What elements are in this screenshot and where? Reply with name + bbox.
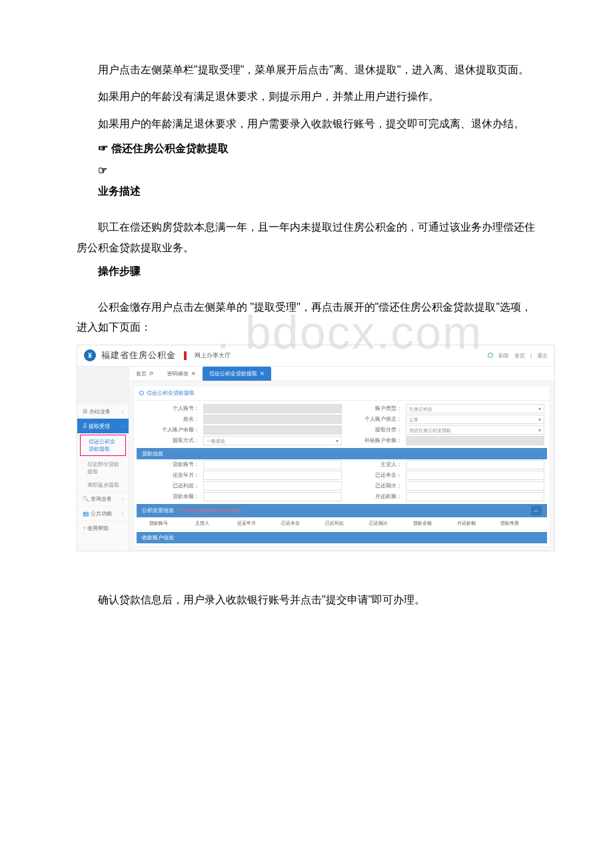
monthly-payment-input[interactable] — [406, 492, 544, 501]
balance-field — [203, 425, 342, 435]
name-field — [203, 415, 342, 424]
chevron-right-icon: › — [122, 511, 123, 516]
label: 个人账户余额： — [139, 426, 203, 433]
paragraph: 确认贷款信息后，用户录入收款银行账号并点击"提交申请"即可办理。 — [77, 590, 536, 610]
sidebar-item-query[interactable]: 🔍 查询业务 › — [77, 491, 129, 506]
withdraw-method-select[interactable]: 一般提取 — [203, 436, 342, 445]
label: 个人账户状态： — [342, 415, 406, 423]
th: 贷款账号 — [137, 517, 181, 530]
divider — [184, 351, 187, 360]
th: 贷款性质 — [488, 517, 532, 530]
th: 已还利息 — [312, 517, 356, 530]
warning-text: （可在此处选择关联公积金贷款） — [175, 508, 245, 513]
sidebar-item-biz[interactable]: 🏛 办结业务 › — [77, 404, 129, 419]
help-icon: ? — [83, 525, 85, 531]
account-number-field — [203, 404, 342, 413]
reload-icon[interactable]: ⟳ — [149, 371, 154, 377]
logout-link[interactable]: 退出 — [537, 352, 548, 359]
subsidy-balance-field — [406, 436, 544, 445]
label: 已还利息： — [139, 482, 203, 489]
section-heading: ☞ 偿还住房公积金贷款提取 — [77, 142, 536, 156]
chevron-right-icon: › — [122, 497, 123, 501]
th: 主贷人 — [181, 517, 225, 530]
refresh-link[interactable]: 刷新 — [498, 352, 509, 359]
building-icon: 🏛 — [83, 409, 88, 415]
section-bullet: ☞ — [77, 164, 536, 177]
label: 姓名： — [139, 415, 203, 423]
label: 月还款额： — [342, 493, 406, 500]
interest-paid-input[interactable] — [203, 481, 342, 491]
loan-balance-input[interactable] — [203, 492, 342, 501]
label: 提取方式： — [139, 437, 203, 444]
users-icon: 👥 — [83, 511, 89, 517]
app-header: ¥ 福建省住房公积金 网上办事大厅 刷新 首页 | 退出 — [77, 345, 554, 367]
list-icon: ≣ — [83, 423, 87, 429]
collect-account-header: 收款账户信息 — [137, 532, 547, 543]
account-status-select[interactable]: 正常 — [406, 415, 544, 424]
label: 个人账号： — [139, 405, 203, 412]
label: 已还期次： — [342, 482, 406, 489]
card-header: 偿还公积金贷款提取 — [134, 386, 550, 401]
paragraph: 公积金缴存用户点击左侧菜单的 "提取受理"，再点击展开的"偿还住房公积金贷款提取… — [77, 297, 536, 338]
collapse-button[interactable]: ︿ — [531, 506, 542, 515]
paragraph: 如果用户的年龄满足退休要求，用户需要录入收款银行账号，提交即可完成离、退休办结。 — [77, 114, 536, 134]
app-title: 福建省住房公积金 — [101, 349, 176, 361]
loan-info-header: 贷款信息 — [137, 448, 547, 459]
bullet-icon — [139, 391, 144, 395]
loan-account-input[interactable] — [203, 460, 342, 469]
label: 贷款余额： — [139, 493, 203, 500]
paragraph: 用户点击左侧菜单栏"提取受理"，菜单展开后点击"离、退休提取"，进入离、退休提取… — [77, 60, 536, 80]
label: 账户类型： — [342, 405, 406, 412]
sidebar-item-public[interactable]: 👥 公共功能 › — [77, 506, 129, 521]
search-icon: 🔍 — [83, 496, 89, 502]
subsection-heading: 操作步骤 — [77, 265, 536, 279]
sidebar-item-withdraw[interactable]: ≣ 提取受理 › — [77, 419, 129, 433]
user-icon — [488, 353, 493, 358]
th: 月还款额 — [444, 517, 488, 530]
th: 贷款金额 — [400, 517, 444, 530]
withdraw-category-select[interactable]: 偿还住房公积金贷款 — [406, 425, 544, 435]
th: 已还期次 — [356, 517, 400, 530]
th — [532, 517, 547, 530]
account-type-select[interactable]: 住房公积金 — [406, 404, 544, 413]
tab-loan-withdraw[interactable]: 偿还公积金贷款提取✕ — [203, 367, 271, 381]
avatar-slot — [77, 367, 129, 404]
paragraph: 职工在偿还购房贷款本息满一年，且一年内未提取过住房公积金的，可通过该业务办理偿还… — [77, 217, 536, 258]
label: 提取分类： — [342, 426, 406, 433]
logo-icon: ¥ — [84, 349, 96, 361]
close-icon[interactable]: ✕ — [260, 371, 265, 377]
loan-table-head: 贷款账号 主贷人 还至年月 已还本金 已还利息 已还期次 贷款金额 月还款额 贷… — [137, 517, 547, 530]
sidebar-sub-leave[interactable]: 离职返乡提取 — [77, 478, 129, 491]
loan-table-header: 公积金贷信息 （可在此处选择关联公积金贷款） ︿ — [137, 504, 547, 517]
main-content: 首页⟳ 密码修改✕ 偿还公积金贷款提取✕ 偿还公积金贷款提取 — [129, 367, 554, 551]
close-icon[interactable]: ✕ — [191, 371, 196, 377]
sidebar-sub-loan-withdraw[interactable]: 偿还公积金贷款提取 — [80, 435, 126, 456]
sidebar: 🏛 办结业务 › ≣ 提取受理 › 偿还公积金贷款提取 偿还部分贷款提取 离职返… — [77, 367, 129, 551]
sidebar-sub-partial-loan[interactable]: 偿还部分贷款提取 — [77, 457, 129, 478]
label: 已还本金： — [342, 471, 406, 479]
embedded-screenshot: . bdocx.com ¥ 福建省住房公积金 网上办事大厅 刷新 首页 | 退出 — [77, 345, 536, 551]
principal-paid-input[interactable] — [406, 471, 544, 480]
tab-password[interactable]: 密码修改✕ — [161, 367, 203, 381]
tab-bar: 首页⟳ 密码修改✕ 偿还公积金贷款提取✕ — [129, 367, 554, 381]
tab-home[interactable]: 首页⟳ — [129, 367, 161, 381]
label: 还至年月： — [139, 471, 203, 479]
th: 还至年月 — [225, 517, 269, 530]
divider: | — [530, 353, 532, 359]
label: 补贴账户余额： — [342, 437, 406, 444]
app-subtitle: 网上办事大厅 — [195, 351, 231, 360]
form-card: 偿还公积金贷款提取 个人账号： 账户类型： 住房公积金 — [133, 385, 550, 547]
label: 贷款账号： — [139, 461, 203, 468]
label: 主贷人： — [342, 461, 406, 468]
paragraph: 如果用户的年龄没有满足退休要求，则提示用户，并禁止用户进行操作。 — [77, 87, 536, 107]
repay-until-input[interactable] — [203, 471, 342, 480]
app-window: ¥ 福建省住房公积金 网上办事大厅 刷新 首页 | 退出 🏛 — [77, 345, 555, 551]
th: 已还本金 — [269, 517, 312, 530]
subsection-heading: 业务描述 — [77, 185, 536, 199]
periods-paid-input[interactable] — [406, 481, 544, 491]
borrower-input[interactable] — [406, 460, 544, 469]
sidebar-item-help[interactable]: ? 使用帮助 — [77, 521, 129, 535]
document-page: 用户点击左侧菜单栏"提取受理"，菜单展开后点击"离、退休提取"，进入离、退休提取… — [0, 0, 613, 677]
home-link[interactable]: 首页 — [514, 352, 525, 359]
chevron-right-icon: › — [122, 409, 123, 414]
